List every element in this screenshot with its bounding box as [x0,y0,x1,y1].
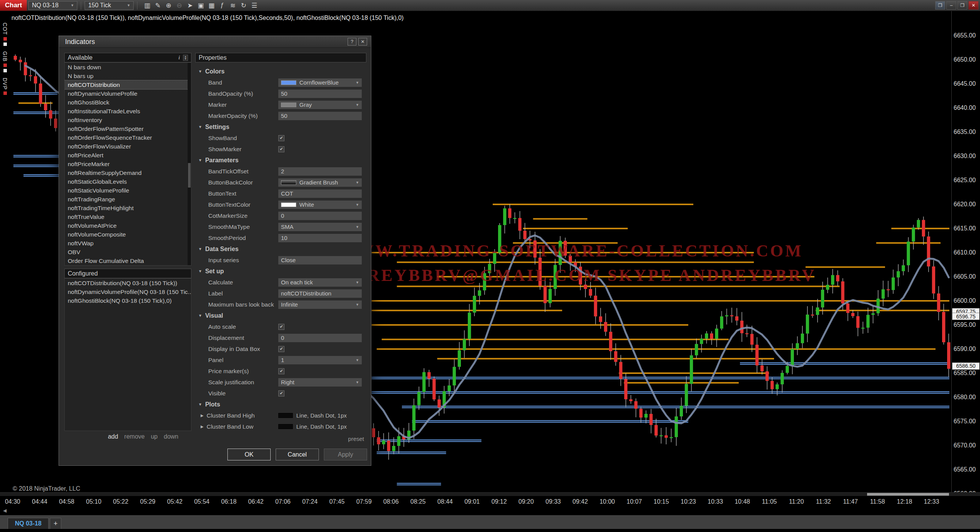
band-dropdown[interactable]: CornflowerBlue▼ [278,78,362,87]
section-plots[interactable]: ▼Plots [195,399,366,410]
cluster-band-low-plot[interactable]: Line, Dash Dot, 1px [278,423,362,430]
list-item[interactable]: noftVolumeComposite [65,230,191,239]
apply-button[interactable]: Apply [324,449,367,460]
cluster-band-high-plot[interactable]: Line, Dash Dot, 1px [278,412,362,419]
price-axis[interactable]: 6655.006650.006645.006640.006635.006630.… [951,11,980,492]
list-item[interactable]: noftOrderFlowVisualizer [65,142,191,151]
section-set-up[interactable]: ▼Set up [195,266,366,277]
section-data-series[interactable]: ▼Data Series [195,243,366,255]
list-item[interactable]: noftPriceAlert [65,151,191,160]
smoothperiod-input[interactable]: 10 [278,234,362,242]
chart-menu-button[interactable]: Chart [0,0,27,11]
list-item[interactable]: noftCOTDistribution(NQ 03-18 (150 Tick)) [65,279,191,287]
bandtickoffset-input[interactable]: 2 [278,167,362,176]
maximize-icon[interactable]: ❐ [957,1,967,10]
buttonbackcolor-dropdown[interactable]: Gradient Brush▼ [278,178,362,187]
auto-scale-checkbox[interactable]: ✔ [278,324,284,330]
zoom-in-icon[interactable]: ⊕ [163,1,174,10]
list-item[interactable]: noftOrderFlowSequenceTracker [65,133,191,142]
price-marker-s-checkbox[interactable]: ✔ [278,368,284,374]
list-item[interactable]: N bars up [65,72,191,80]
display-in-data-box-checkbox[interactable]: ✔ [278,346,284,352]
add-tab-button[interactable]: + [50,518,61,529]
list-item[interactable]: noftTradingRange [65,195,191,204]
maximum-bars-look-back-dropdown[interactable]: Infinite▼ [278,300,362,309]
cursor-icon[interactable]: ➤ [185,1,195,10]
list-item[interactable]: noftDynamicVolumeProfile(NQ 03-18 (150 T… [65,287,191,296]
marker-dropdown[interactable]: Gray▼ [278,101,362,109]
buttontextcolor-dropdown[interactable]: White▼ [278,201,362,209]
list-item[interactable]: noftStaticVolumeProfile [65,186,191,195]
cotmarkersize-input[interactable]: 0 [278,212,362,220]
instrument-dropdown[interactable]: NQ 03-18 ▼ [28,1,77,10]
bandopacity-input[interactable]: 50 [278,90,362,98]
list-item[interactable]: noftRealtimeSupplyDemand [65,168,191,177]
list-item[interactable]: N bars down [65,63,191,72]
list-item[interactable]: noftTradingTimeHighlight [65,204,191,212]
smoothmatype-dropdown[interactable]: SMA▼ [278,223,362,231]
cancel-button[interactable]: Cancel [276,449,319,460]
indicator-toggle-dvp[interactable]: DVP [2,78,8,95]
info-icon[interactable]: i [178,54,180,61]
list-item[interactable]: noftVolumeAtPrice [65,221,191,230]
data-box-icon[interactable]: ▣ [195,1,206,10]
indicators-icon[interactable]: ƒ [217,1,227,10]
list-spinner-icon[interactable]: ▲▼ [183,55,188,61]
list-item[interactable]: noftPriceMarker [65,160,191,168]
markeropacity-input[interactable]: 50 [278,112,362,120]
showmarker-checkbox[interactable]: ✔ [278,146,284,152]
list-item[interactable]: noftInventory [65,116,191,124]
close-window-icon[interactable]: ✕ [969,1,978,10]
list-item[interactable]: noftGhostiBlock(NQ 03-18 (150 Tick),0) [65,296,191,305]
remove-link[interactable]: remove [124,433,145,440]
calculate-dropdown[interactable]: On each tick▼ [278,278,362,287]
drawing-tools-icon[interactable]: ✎ [152,1,163,10]
list-item[interactable]: OBV [65,248,191,256]
dialog-title-bar[interactable]: Indicators ? ✕ [59,36,371,48]
tab-nq-03-18[interactable]: NQ 03-18 [8,518,49,529]
up-link[interactable]: up [151,433,158,440]
showband-checkbox[interactable]: ✔ [278,135,284,141]
scrollbar-thumb[interactable] [188,163,191,188]
minimize-icon[interactable]: – [946,1,956,10]
collapse-left-icon[interactable]: ◀ [3,508,7,513]
help-button[interactable]: ? [348,38,356,46]
section-colors[interactable]: ▼Colors [195,66,366,77]
interval-dropdown[interactable]: 150 Tick ▼ [85,1,134,10]
list-item[interactable]: Order Flow Cumulative Delta [65,256,191,265]
label-input[interactable]: noftCOTDistribution [278,289,362,298]
section-settings[interactable]: ▼Settings [195,121,366,132]
grid-icon[interactable]: ▦ [206,1,217,10]
section-parameters[interactable]: ▼Parameters [195,155,366,166]
indicator-toggle-cot[interactable]: COT [2,23,8,46]
buttontext-input[interactable]: COT [278,189,362,198]
list-item[interactable]: noftDynamicVolumeProfile [65,89,191,98]
list-item[interactable]: noftInstitutionalTradeLevels [65,107,191,116]
list-item[interactable]: noftCOTDistribution [65,80,191,89]
time-axis[interactable]: 04:3004:4404:5805:1005:2205:2905:4205:54… [0,496,980,507]
panel-dropdown[interactable]: 1▼ [278,356,362,364]
available-list-scrollbar[interactable] [188,63,191,265]
section-visual[interactable]: ▼Visual [195,310,366,321]
input-series-input[interactable]: Close [278,256,362,264]
zigzag-icon[interactable]: ≋ [227,1,238,10]
list-item[interactable]: noftStaticGlobalLevels [65,177,191,186]
list-item[interactable]: noftVWap [65,239,191,248]
list-item[interactable]: noftGhostiBlock [65,98,191,107]
down-link[interactable]: down [164,433,178,440]
dock-window-icon[interactable]: ❐ [935,1,945,10]
reload-icon[interactable]: ↻ [238,1,249,10]
preset-link[interactable]: preset [348,436,364,442]
displacement-input[interactable]: 0 [278,334,362,342]
horizontal-scrollbar[interactable] [0,492,980,496]
zoom-out-icon[interactable]: ⊖ [174,1,185,10]
close-dialog-button[interactable]: ✕ [358,38,367,46]
properties-icon[interactable]: ☰ [249,1,260,10]
add-link[interactable]: add [108,433,118,440]
scale-justification-dropdown[interactable]: Right▼ [278,378,362,387]
scrollbar-thumb[interactable] [867,493,949,496]
list-item[interactable]: noftOrderFlowPatternSpotter [65,124,191,133]
visible-checkbox[interactable]: ✔ [278,390,284,397]
indicator-toggle-gib[interactable]: GIB [2,51,8,72]
chart-style-icon[interactable]: ▥ [142,1,152,10]
